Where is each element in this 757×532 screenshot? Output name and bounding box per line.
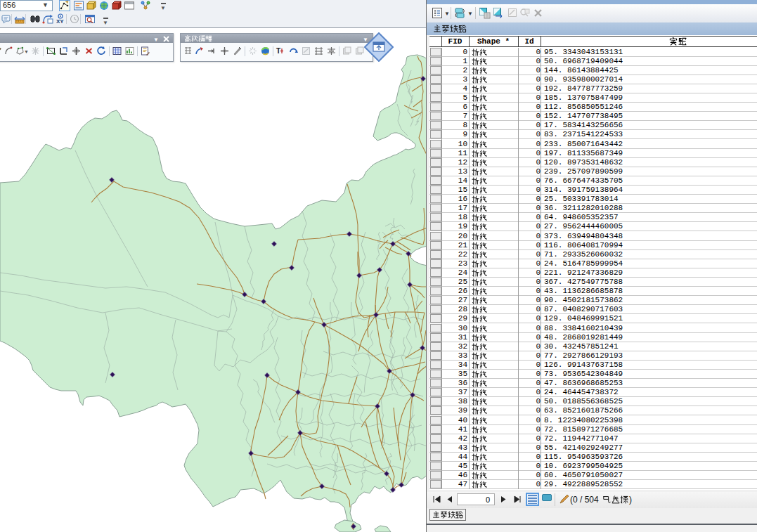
svg-text:XY: XY — [56, 18, 64, 25]
svg-text:T: T — [276, 47, 280, 55]
